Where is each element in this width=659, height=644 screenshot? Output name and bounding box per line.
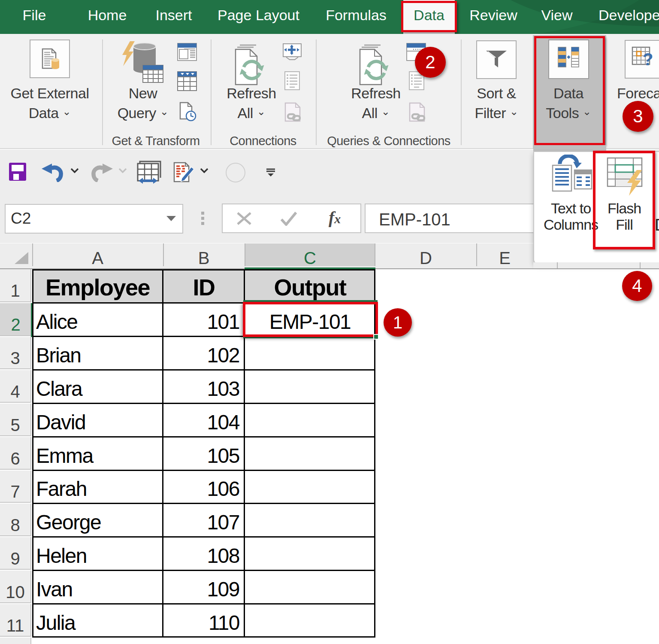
svg-text:?: ? — [643, 50, 653, 69]
